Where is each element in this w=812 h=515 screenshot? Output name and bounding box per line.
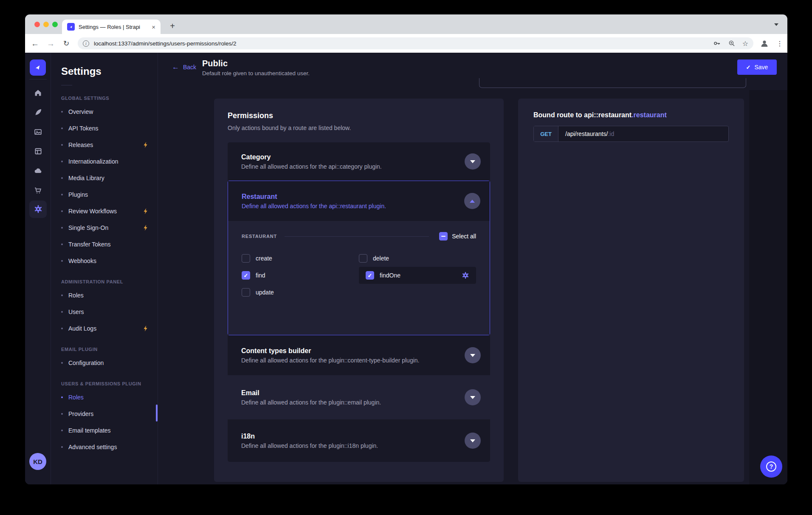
page-header: ← Back Public Default role given to unau… bbox=[158, 53, 787, 78]
checkbox-checked[interactable] bbox=[366, 271, 374, 280]
settings-sidebar: Settings GLOBAL SETTINGS Overview API To… bbox=[51, 53, 158, 484]
settings-gear-icon[interactable] bbox=[25, 201, 51, 218]
divider bbox=[61, 85, 72, 85]
save-button[interactable]: ✓ Save bbox=[737, 59, 777, 75]
accordion-restaurant[interactable]: Restaurant Define all allowed actions fo… bbox=[228, 181, 490, 221]
zoom-icon[interactable] bbox=[728, 40, 736, 47]
tab-search-button[interactable] bbox=[771, 20, 781, 29]
content-type-builder-icon[interactable] bbox=[25, 143, 51, 160]
site-info-icon[interactable]: i bbox=[83, 40, 89, 47]
sidebar-item-advanced-settings[interactable]: Advanced settings bbox=[51, 439, 158, 455]
sidebar-item-single-sign-on[interactable]: Single Sign-On bbox=[51, 219, 158, 236]
accordion-email[interactable]: Email Define all allowed actions for the… bbox=[228, 375, 490, 419]
chevron-down-icon bbox=[470, 160, 475, 163]
content-manager-feather-icon[interactable] bbox=[25, 104, 51, 121]
fullscreen-window-button[interactable] bbox=[52, 22, 58, 27]
sidebar-scrollbar[interactable] bbox=[156, 405, 158, 422]
page-title: Public bbox=[202, 59, 228, 68]
sidebar-item-configuration[interactable]: Configuration bbox=[51, 354, 158, 371]
sidebar-item-media-library[interactable]: Media Library bbox=[51, 170, 158, 186]
sidebar-item-admin-roles[interactable]: Roles bbox=[51, 287, 158, 303]
sidebar-item-email-templates[interactable]: Email templates bbox=[51, 422, 158, 439]
section-users-permissions-plugin: USERS & PERMISSIONS PLUGIN bbox=[51, 381, 158, 386]
sidebar-item-api-tokens[interactable]: API Tokens bbox=[51, 120, 158, 136]
sidebar-item-plugins[interactable]: Plugins bbox=[51, 186, 158, 203]
new-tab-button[interactable]: + bbox=[166, 20, 179, 32]
chevron-up-icon bbox=[470, 200, 475, 203]
bookmark-star-icon[interactable]: ☆ bbox=[742, 40, 748, 48]
sidebar-item-users[interactable]: Users bbox=[51, 303, 158, 320]
permission-findone[interactable]: findOne bbox=[359, 267, 476, 284]
profile-avatar-icon[interactable] bbox=[759, 38, 770, 48]
sidebar-item-internationalization[interactable]: Internationalization bbox=[51, 153, 158, 170]
sidebar-item-review-workflows[interactable]: Review Workflows bbox=[51, 203, 158, 219]
back-arrow-icon: ← bbox=[172, 63, 179, 71]
sidebar-item-releases[interactable]: Releases bbox=[51, 136, 158, 153]
password-key-icon[interactable] bbox=[713, 39, 721, 48]
group-label: RESTAURANT bbox=[242, 234, 277, 239]
strapi-logo-icon[interactable] bbox=[30, 59, 46, 76]
permission-create[interactable]: create bbox=[242, 250, 359, 267]
sidebar-item-transfer-tokens[interactable]: Transfer Tokens bbox=[51, 236, 158, 252]
lightning-icon bbox=[143, 325, 148, 332]
user-avatar[interactable]: KD bbox=[29, 453, 46, 470]
expand-category-button[interactable] bbox=[465, 153, 481, 170]
browser-toolbar: ← → ↻ i localhost:1337/admin/settings/us… bbox=[25, 34, 787, 53]
sidebar-item-audit-logs[interactable]: Audit Logs bbox=[51, 320, 158, 337]
permissions-panel: Permissions Only actions bound by a rout… bbox=[214, 99, 504, 482]
checkbox-unchecked[interactable] bbox=[242, 254, 250, 263]
back-link[interactable]: ← Back bbox=[172, 63, 196, 71]
close-window-button[interactable] bbox=[34, 22, 40, 27]
section-administration-panel: ADMINISTRATION PANEL bbox=[51, 279, 158, 284]
accordion-category[interactable]: Category Define all allowed actions for … bbox=[228, 142, 490, 181]
checkbox-unchecked[interactable] bbox=[242, 288, 250, 297]
main-nav-rail: KD bbox=[25, 53, 51, 484]
collapse-restaurant-button[interactable] bbox=[464, 193, 480, 209]
marketplace-cart-icon[interactable] bbox=[25, 182, 51, 199]
check-icon: ✓ bbox=[746, 64, 751, 71]
checkbox-checked[interactable] bbox=[242, 271, 250, 280]
url-text[interactable]: localhost:1337/admin/settings/users-perm… bbox=[94, 40, 713, 47]
back-icon[interactable]: ← bbox=[31, 40, 39, 48]
sidebar-item-webhooks[interactable]: Webhooks bbox=[51, 252, 158, 269]
lightning-icon bbox=[143, 224, 148, 231]
media-library-icon[interactable] bbox=[25, 123, 51, 140]
advanced-settings-gear-icon[interactable] bbox=[462, 272, 469, 279]
forward-icon[interactable]: → bbox=[47, 40, 55, 48]
browser-tab[interactable]: Settings — Roles | Strapi × bbox=[62, 20, 161, 34]
home-icon[interactable] bbox=[25, 84, 51, 101]
permissions-subtitle: Only actions bound by a route are listed… bbox=[214, 120, 504, 131]
main-content: ← Back Public Default role given to unau… bbox=[158, 53, 787, 484]
chevron-down-icon bbox=[774, 23, 778, 26]
select-all-checkbox[interactable]: Select all bbox=[439, 232, 476, 241]
chevron-down-icon bbox=[470, 396, 475, 399]
tab-close-icon[interactable]: × bbox=[151, 23, 156, 31]
checkbox-unchecked[interactable] bbox=[359, 254, 367, 263]
restaurant-permissions-body: RESTAURANT Select all create bbox=[228, 221, 490, 335]
expand-email-button[interactable] bbox=[465, 389, 481, 405]
accordion-i18n[interactable]: i18n Define all allowed actions for the … bbox=[228, 419, 490, 462]
indeterminate-checkbox-icon[interactable] bbox=[439, 232, 448, 241]
sidebar-item-overview[interactable]: Overview bbox=[51, 103, 158, 120]
cloud-icon[interactable] bbox=[25, 162, 51, 179]
tab-strip: Settings — Roles | Strapi × + bbox=[25, 14, 787, 34]
permission-delete[interactable]: delete bbox=[359, 250, 476, 267]
scroll-gutter bbox=[749, 90, 787, 484]
expand-ctb-button[interactable] bbox=[465, 347, 481, 363]
divider bbox=[285, 236, 429, 237]
sidebar-item-providers[interactable]: Providers bbox=[51, 405, 158, 422]
address-bar[interactable]: i localhost:1337/admin/settings/users-pe… bbox=[78, 37, 753, 49]
expand-i18n-button[interactable] bbox=[465, 433, 481, 449]
reload-icon[interactable]: ↻ bbox=[63, 39, 69, 48]
route-display: GET /api/restaurants/:id bbox=[533, 126, 729, 142]
permission-find[interactable]: find bbox=[242, 267, 359, 284]
browser-menu-icon[interactable]: ⋮ bbox=[776, 40, 783, 48]
bound-route-title: Bound route to api::restaurant.restauran… bbox=[518, 99, 744, 119]
route-path: /api/restaurants/:id bbox=[558, 126, 614, 141]
accordion-content-types-builder[interactable]: Content types builder Define all allowed… bbox=[228, 335, 490, 375]
sidebar-item-up-roles[interactable]: Roles bbox=[51, 389, 158, 405]
help-button[interactable]: ? bbox=[760, 456, 782, 478]
lightning-icon bbox=[143, 141, 148, 148]
minimize-window-button[interactable] bbox=[43, 22, 49, 27]
permission-update[interactable]: update bbox=[242, 284, 359, 301]
